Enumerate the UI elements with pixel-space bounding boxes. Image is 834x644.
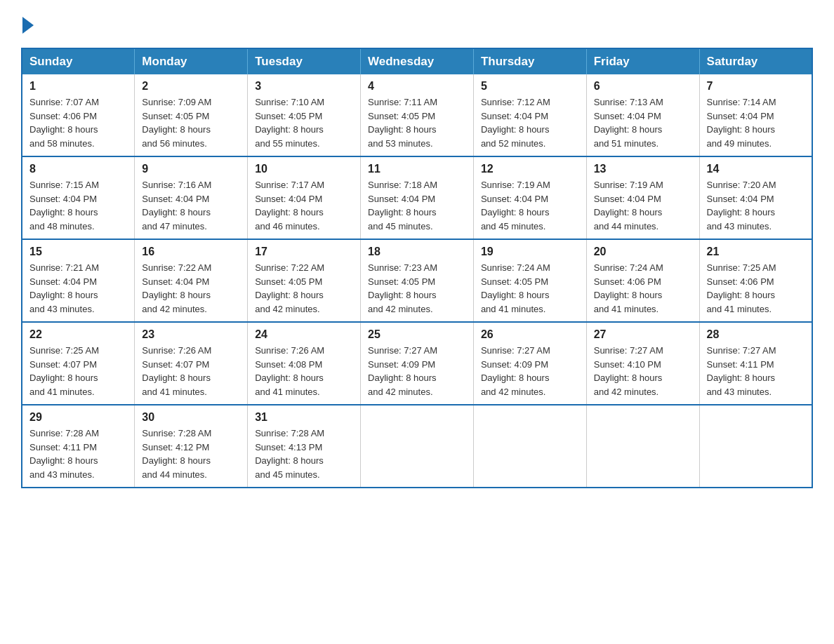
day-info: Sunrise: 7:16 AMSunset: 4:04 PMDaylight:… bbox=[142, 180, 211, 232]
calendar-cell: 14 Sunrise: 7:20 AMSunset: 4:04 PMDaylig… bbox=[699, 156, 812, 239]
day-number: 24 bbox=[255, 328, 353, 341]
day-info: Sunrise: 7:20 AMSunset: 4:04 PMDaylight:… bbox=[707, 180, 776, 232]
day-number: 16 bbox=[142, 246, 240, 258]
calendar-cell: 5 Sunrise: 7:12 AMSunset: 4:04 PMDayligh… bbox=[473, 74, 586, 156]
calendar-cell: 28 Sunrise: 7:27 AMSunset: 4:11 PMDaylig… bbox=[699, 322, 812, 405]
day-number: 22 bbox=[29, 328, 127, 341]
day-number: 11 bbox=[368, 163, 466, 175]
day-number: 20 bbox=[594, 246, 692, 258]
day-info: Sunrise: 7:19 AMSunset: 4:04 PMDaylight:… bbox=[481, 180, 550, 232]
day-info: Sunrise: 7:21 AMSunset: 4:04 PMDaylight:… bbox=[29, 262, 99, 314]
day-info: Sunrise: 7:27 AMSunset: 4:09 PMDaylight:… bbox=[481, 345, 550, 397]
day-info: Sunrise: 7:18 AMSunset: 4:04 PMDaylight:… bbox=[368, 180, 437, 232]
calendar-cell: 10 Sunrise: 7:17 AMSunset: 4:04 PMDaylig… bbox=[248, 156, 361, 239]
calendar-cell: 21 Sunrise: 7:25 AMSunset: 4:06 PMDaylig… bbox=[699, 239, 812, 322]
calendar-week-row: 22 Sunrise: 7:25 AMSunset: 4:07 PMDaylig… bbox=[22, 322, 812, 405]
calendar-cell: 9 Sunrise: 7:16 AMSunset: 4:04 PMDayligh… bbox=[135, 156, 248, 239]
day-info: Sunrise: 7:22 AMSunset: 4:05 PMDaylight:… bbox=[255, 262, 324, 314]
day-number: 10 bbox=[255, 163, 353, 175]
day-info: Sunrise: 7:25 AMSunset: 4:06 PMDaylight:… bbox=[707, 262, 776, 314]
calendar-cell: 29 Sunrise: 7:28 AMSunset: 4:11 PMDaylig… bbox=[22, 405, 135, 488]
weekday-header-sunday: Sunday bbox=[22, 48, 135, 74]
calendar-week-row: 15 Sunrise: 7:21 AMSunset: 4:04 PMDaylig… bbox=[22, 239, 812, 322]
day-number: 14 bbox=[707, 163, 805, 175]
calendar-cell: 30 Sunrise: 7:28 AMSunset: 4:12 PMDaylig… bbox=[135, 405, 248, 488]
calendar-cell: 13 Sunrise: 7:19 AMSunset: 4:04 PMDaylig… bbox=[586, 156, 699, 239]
calendar-cell bbox=[473, 405, 586, 488]
day-info: Sunrise: 7:10 AMSunset: 4:05 PMDaylight:… bbox=[255, 97, 324, 149]
day-number: 3 bbox=[255, 80, 353, 93]
calendar-cell: 22 Sunrise: 7:25 AMSunset: 4:07 PMDaylig… bbox=[22, 322, 135, 405]
day-number: 7 bbox=[707, 80, 805, 93]
day-number: 12 bbox=[481, 163, 579, 175]
day-number: 27 bbox=[594, 328, 692, 341]
calendar-cell bbox=[361, 405, 474, 488]
day-info: Sunrise: 7:25 AMSunset: 4:07 PMDaylight:… bbox=[29, 345, 99, 397]
calendar-cell: 27 Sunrise: 7:27 AMSunset: 4:10 PMDaylig… bbox=[586, 322, 699, 405]
day-number: 26 bbox=[481, 328, 579, 341]
day-number: 18 bbox=[368, 246, 466, 258]
calendar-cell bbox=[586, 405, 699, 488]
day-info: Sunrise: 7:27 AMSunset: 4:11 PMDaylight:… bbox=[707, 345, 776, 397]
day-info: Sunrise: 7:12 AMSunset: 4:04 PMDaylight:… bbox=[481, 97, 550, 149]
calendar-cell: 15 Sunrise: 7:21 AMSunset: 4:04 PMDaylig… bbox=[22, 239, 135, 322]
calendar-cell: 25 Sunrise: 7:27 AMSunset: 4:09 PMDaylig… bbox=[361, 322, 474, 405]
page-header bbox=[21, 14, 813, 34]
calendar-header-row: SundayMondayTuesdayWednesdayThursdayFrid… bbox=[22, 48, 812, 74]
day-number: 4 bbox=[368, 80, 466, 93]
calendar-cell: 16 Sunrise: 7:22 AMSunset: 4:04 PMDaylig… bbox=[135, 239, 248, 322]
calendar-cell: 31 Sunrise: 7:28 AMSunset: 4:13 PMDaylig… bbox=[248, 405, 361, 488]
day-number: 30 bbox=[142, 411, 240, 424]
calendar-cell: 6 Sunrise: 7:13 AMSunset: 4:04 PMDayligh… bbox=[586, 74, 699, 156]
day-number: 21 bbox=[707, 246, 805, 258]
day-info: Sunrise: 7:22 AMSunset: 4:04 PMDaylight:… bbox=[142, 262, 211, 314]
calendar-cell: 23 Sunrise: 7:26 AMSunset: 4:07 PMDaylig… bbox=[135, 322, 248, 405]
calendar-cell: 2 Sunrise: 7:09 AMSunset: 4:05 PMDayligh… bbox=[135, 74, 248, 156]
calendar-cell bbox=[699, 405, 812, 488]
day-info: Sunrise: 7:15 AMSunset: 4:04 PMDaylight:… bbox=[29, 180, 99, 232]
day-number: 19 bbox=[481, 246, 579, 258]
day-info: Sunrise: 7:11 AMSunset: 4:05 PMDaylight:… bbox=[368, 97, 437, 149]
day-number: 8 bbox=[29, 163, 127, 175]
day-number: 5 bbox=[481, 80, 579, 93]
calendar-cell: 18 Sunrise: 7:23 AMSunset: 4:05 PMDaylig… bbox=[361, 239, 474, 322]
weekday-header-friday: Friday bbox=[586, 48, 699, 74]
calendar-cell: 4 Sunrise: 7:11 AMSunset: 4:05 PMDayligh… bbox=[361, 74, 474, 156]
logo-arrow-icon bbox=[22, 17, 34, 34]
calendar-week-row: 1 Sunrise: 7:07 AMSunset: 4:06 PMDayligh… bbox=[22, 74, 812, 156]
calendar-week-row: 29 Sunrise: 7:28 AMSunset: 4:11 PMDaylig… bbox=[22, 405, 812, 488]
day-info: Sunrise: 7:26 AMSunset: 4:08 PMDaylight:… bbox=[255, 345, 324, 397]
weekday-header-saturday: Saturday bbox=[699, 48, 812, 74]
calendar-cell: 24 Sunrise: 7:26 AMSunset: 4:08 PMDaylig… bbox=[248, 322, 361, 405]
calendar-cell: 20 Sunrise: 7:24 AMSunset: 4:06 PMDaylig… bbox=[586, 239, 699, 322]
day-number: 25 bbox=[368, 328, 466, 341]
day-info: Sunrise: 7:27 AMSunset: 4:10 PMDaylight:… bbox=[594, 345, 663, 397]
weekday-header-wednesday: Wednesday bbox=[361, 48, 474, 74]
day-number: 13 bbox=[594, 163, 692, 175]
day-info: Sunrise: 7:28 AMSunset: 4:11 PMDaylight:… bbox=[29, 428, 99, 480]
day-number: 29 bbox=[29, 411, 127, 424]
day-number: 9 bbox=[142, 163, 240, 175]
day-number: 1 bbox=[29, 80, 127, 93]
day-number: 6 bbox=[594, 80, 692, 93]
day-info: Sunrise: 7:24 AMSunset: 4:05 PMDaylight:… bbox=[481, 262, 550, 314]
calendar-cell: 12 Sunrise: 7:19 AMSunset: 4:04 PMDaylig… bbox=[473, 156, 586, 239]
day-info: Sunrise: 7:28 AMSunset: 4:12 PMDaylight:… bbox=[142, 428, 211, 480]
day-info: Sunrise: 7:14 AMSunset: 4:04 PMDaylight:… bbox=[707, 97, 776, 149]
day-number: 31 bbox=[255, 411, 353, 424]
day-info: Sunrise: 7:26 AMSunset: 4:07 PMDaylight:… bbox=[142, 345, 211, 397]
calendar-cell: 19 Sunrise: 7:24 AMSunset: 4:05 PMDaylig… bbox=[473, 239, 586, 322]
calendar-cell: 17 Sunrise: 7:22 AMSunset: 4:05 PMDaylig… bbox=[248, 239, 361, 322]
calendar-cell: 8 Sunrise: 7:15 AMSunset: 4:04 PMDayligh… bbox=[22, 156, 135, 239]
calendar-cell: 1 Sunrise: 7:07 AMSunset: 4:06 PMDayligh… bbox=[22, 74, 135, 156]
day-number: 28 bbox=[707, 328, 805, 341]
day-info: Sunrise: 7:24 AMSunset: 4:06 PMDaylight:… bbox=[594, 262, 663, 314]
calendar-cell: 7 Sunrise: 7:14 AMSunset: 4:04 PMDayligh… bbox=[699, 74, 812, 156]
calendar-cell: 3 Sunrise: 7:10 AMSunset: 4:05 PMDayligh… bbox=[248, 74, 361, 156]
calendar-table: SundayMondayTuesdayWednesdayThursdayFrid… bbox=[21, 48, 813, 488]
weekday-header-monday: Monday bbox=[135, 48, 248, 74]
day-info: Sunrise: 7:19 AMSunset: 4:04 PMDaylight:… bbox=[594, 180, 663, 232]
day-number: 15 bbox=[29, 246, 127, 258]
calendar-cell: 26 Sunrise: 7:27 AMSunset: 4:09 PMDaylig… bbox=[473, 322, 586, 405]
weekday-header-tuesday: Tuesday bbox=[248, 48, 361, 74]
